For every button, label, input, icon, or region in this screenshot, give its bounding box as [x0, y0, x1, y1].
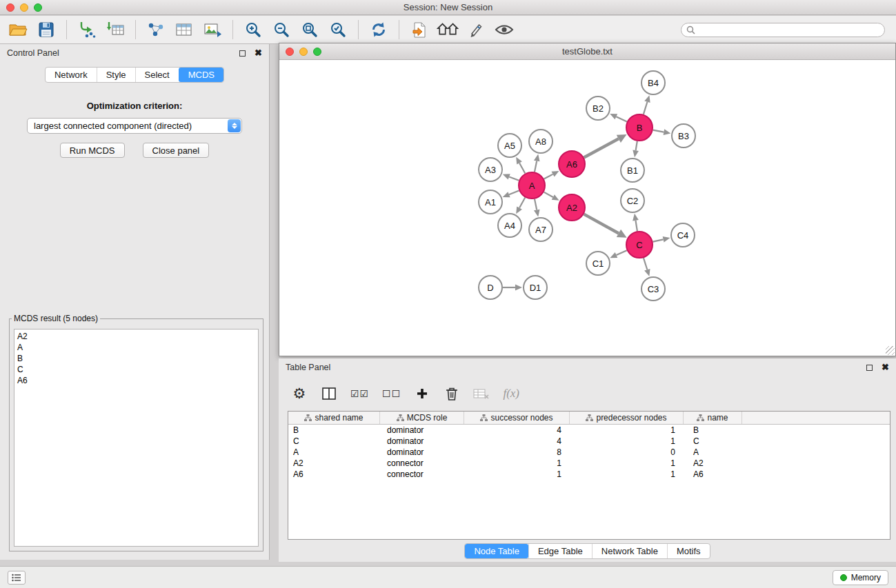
- graph-node-B2[interactable]: B2: [586, 97, 610, 120]
- column-header-MCDS-role[interactable]: MCDS role: [380, 412, 464, 424]
- graph-node-A3[interactable]: A3: [479, 158, 502, 181]
- graph-node-A4[interactable]: A4: [498, 214, 521, 237]
- close-panel-icon[interactable]: ✖: [255, 50, 262, 57]
- graph-node-A6[interactable]: A6: [559, 151, 585, 177]
- houses-icon[interactable]: [437, 19, 459, 41]
- close-panel-button[interactable]: Close panel: [143, 143, 210, 158]
- graph-edge-A-A7[interactable]: [535, 199, 537, 210]
- annotation-pen-icon[interactable]: [465, 19, 487, 41]
- graph-node-A8[interactable]: A8: [529, 130, 552, 153]
- open-recent-document-icon[interactable]: [408, 19, 430, 41]
- import-network-icon[interactable]: [76, 19, 98, 41]
- criterion-dropdown[interactable]: largest connected component (directed): [27, 118, 242, 134]
- zoom-fit-icon[interactable]: [299, 19, 321, 41]
- import-table-icon[interactable]: [104, 19, 126, 41]
- graph-edge-A-A8[interactable]: [535, 161, 537, 172]
- graph-edge-A-A3[interactable]: [509, 176, 519, 180]
- zoom-out-icon[interactable]: [270, 19, 292, 41]
- graph-node-B[interactable]: B: [626, 114, 653, 141]
- tab-network-table[interactable]: Network Table: [592, 544, 667, 558]
- graph-edge-C-C3[interactable]: [644, 258, 647, 270]
- resize-grip-icon[interactable]: [886, 346, 895, 355]
- graph-node-A7[interactable]: A7: [529, 218, 552, 241]
- tab-edge-table[interactable]: Edge Table: [528, 544, 592, 558]
- table-row[interactable]: Cdominator41C: [288, 436, 890, 447]
- float-panel-icon[interactable]: [239, 50, 246, 57]
- graph-edge-C-C1[interactable]: [617, 250, 627, 255]
- graph-edge-C-C2[interactable]: [635, 221, 637, 232]
- graph-edge-C-C4[interactable]: [653, 239, 664, 241]
- tab-select[interactable]: Select: [135, 68, 179, 82]
- apply-layout-icon[interactable]: [368, 19, 390, 41]
- network-graph[interactable]: B4B2BB3A5A8A6B1A3AC2A1A2A4A7C4CC1C3DD1: [279, 60, 895, 356]
- minimize-window-icon[interactable]: [20, 3, 28, 12]
- zoom-in-icon[interactable]: [242, 19, 264, 41]
- gear-icon[interactable]: ⚙: [291, 384, 308, 403]
- network-canvas[interactable]: B4B2BB3A5A8A6B1A3AC2A1A2A4A7C4CC1C3DD1: [279, 60, 895, 356]
- graph-node-C1[interactable]: C1: [586, 252, 610, 275]
- close-table-panel-icon[interactable]: ✖: [882, 364, 889, 371]
- graph-node-C2[interactable]: C2: [621, 189, 644, 212]
- graph-node-A1[interactable]: A1: [479, 190, 502, 214]
- graph-edge-A-A6[interactable]: [544, 174, 553, 179]
- graph-edge-A-A5[interactable]: [519, 163, 525, 173]
- graph-node-C4[interactable]: C4: [671, 223, 695, 247]
- add-icon[interactable]: [414, 384, 430, 403]
- tab-style[interactable]: Style: [97, 68, 135, 82]
- graph-node-D[interactable]: D: [479, 276, 502, 299]
- network-minimize-icon[interactable]: [299, 48, 308, 56]
- columns-icon[interactable]: [321, 384, 337, 403]
- graph-edge-A-A2[interactable]: [544, 192, 553, 197]
- graph-node-C3[interactable]: C3: [641, 277, 665, 301]
- graph-edge-A-A1[interactable]: [509, 190, 519, 194]
- graph-node-A2[interactable]: A2: [559, 194, 585, 221]
- graph-edge-A2-C[interactable]: [584, 214, 619, 234]
- deselect-all-icon[interactable]: ☐☐: [382, 384, 401, 403]
- tab-node-table[interactable]: Node Table: [465, 544, 528, 558]
- graph-edge-A6-B[interactable]: [584, 139, 619, 157]
- graph-node-D1[interactable]: D1: [524, 276, 547, 299]
- column-header-shared-name[interactable]: shared name: [288, 412, 380, 424]
- memory-button[interactable]: Memory: [833, 570, 888, 585]
- graph-node-B4[interactable]: B4: [641, 71, 665, 94]
- column-header-successor-nodes[interactable]: successor nodes: [464, 412, 570, 424]
- graph-edge-B-B3[interactable]: [653, 130, 664, 132]
- graph-edge-B-B4[interactable]: [644, 102, 648, 114]
- zoom-selected-icon[interactable]: [327, 19, 349, 41]
- graph-edge-B-B1[interactable]: [636, 141, 637, 151]
- column-header-name[interactable]: name: [684, 412, 742, 424]
- graph-node-A5[interactable]: A5: [498, 134, 521, 157]
- function-builder-icon[interactable]: f(x): [503, 384, 519, 403]
- new-network-icon[interactable]: [145, 19, 167, 41]
- search-input[interactable]: [681, 23, 885, 37]
- export-image-icon[interactable]: [201, 19, 223, 41]
- mcds-result-item[interactable]: A: [17, 342, 255, 353]
- table-row[interactable]: A6connector11A6: [288, 469, 890, 480]
- column-header-predecessor-nodes[interactable]: predecessor nodes: [570, 412, 684, 424]
- graph-edge-B-B2[interactable]: [616, 116, 627, 121]
- delete-icon[interactable]: [444, 384, 460, 403]
- mcds-result-list[interactable]: A2ABCA6: [14, 329, 259, 547]
- maximize-window-icon[interactable]: [34, 3, 42, 12]
- graph-node-B1[interactable]: B1: [621, 159, 644, 182]
- graph-node-B3[interactable]: B3: [672, 124, 695, 148]
- table-row[interactable]: A2connector11A2: [288, 458, 890, 469]
- tab-network[interactable]: Network: [46, 68, 97, 82]
- network-maximize-icon[interactable]: [313, 48, 321, 56]
- tab-mcds[interactable]: MCDS: [179, 68, 223, 82]
- network-close-icon[interactable]: [286, 48, 294, 56]
- new-table-icon[interactable]: [173, 19, 195, 41]
- graph-node-C[interactable]: C: [626, 232, 653, 258]
- table-row[interactable]: Bdominator41B: [288, 425, 890, 436]
- graph-node-A[interactable]: A: [519, 172, 545, 199]
- run-mcds-button[interactable]: Run MCDS: [60, 143, 125, 158]
- mcds-result-item[interactable]: A2: [17, 331, 255, 342]
- mcds-result-item[interactable]: C: [17, 364, 255, 375]
- close-window-icon[interactable]: [6, 3, 14, 12]
- task-history-button[interactable]: [8, 571, 26, 585]
- tab-motifs[interactable]: Motifs: [667, 544, 710, 558]
- select-all-icon[interactable]: ☑☑: [350, 384, 369, 403]
- float-table-panel-icon[interactable]: [866, 365, 873, 371]
- mcds-result-item[interactable]: A6: [17, 375, 255, 386]
- open-session-icon[interactable]: [7, 19, 29, 41]
